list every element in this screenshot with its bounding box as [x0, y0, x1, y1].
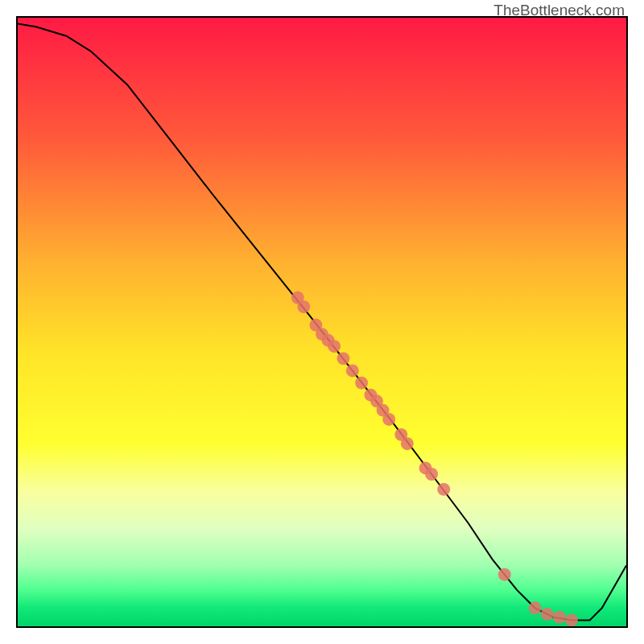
data-point [498, 568, 511, 581]
data-point [529, 601, 542, 614]
data-point [337, 352, 350, 365]
watermark-text: TheBottleneck.com [493, 2, 625, 19]
data-point [382, 413, 395, 426]
data-point [425, 468, 438, 481]
data-point [553, 611, 566, 624]
data-point [328, 340, 341, 353]
plot-area [16, 16, 628, 628]
data-point [565, 613, 578, 626]
scatter-points [291, 291, 578, 626]
data-point [541, 608, 554, 621]
data-point [346, 365, 359, 378]
data-point [355, 377, 368, 390]
data-point [297, 300, 310, 313]
chart-container: TheBottleneck.com [0, 0, 644, 644]
chart-overlay [18, 18, 626, 626]
bottleneck-curve [18, 24, 626, 621]
data-point [437, 483, 450, 496]
data-point [401, 437, 414, 450]
